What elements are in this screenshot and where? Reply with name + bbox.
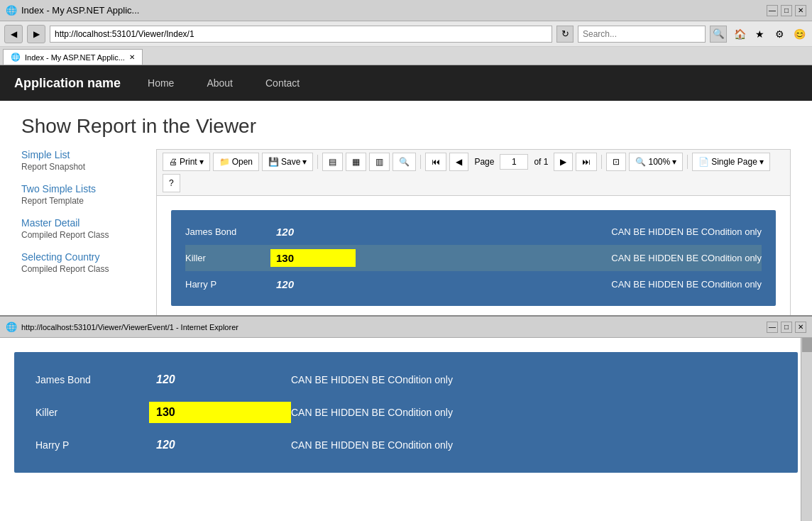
- report-condition-0: CAN BE HIDDEN BE COndition only: [356, 226, 762, 237]
- layout-single-btn[interactable]: ▤: [322, 153, 343, 171]
- tab-bar: 🌐 Index - My ASP.NET Applic... ✕: [0, 47, 812, 65]
- report-name-2: Harry P: [185, 279, 270, 290]
- minimize-button[interactable]: —: [767, 5, 778, 16]
- page-title: Show Report in the Viewer: [21, 115, 791, 138]
- print-button[interactable]: 🖨 Print ▾: [163, 153, 210, 171]
- first-page-btn[interactable]: ⏮: [425, 153, 446, 171]
- page-label: Page: [474, 157, 494, 167]
- sidebar-subtitle-simple-list: Report Snapshot: [21, 162, 142, 172]
- zoom-dropdown-icon: ▾: [672, 157, 676, 167]
- page-number-input[interactable]: [500, 154, 528, 170]
- second-report-row-2: Harry P 120 CAN BE HIDDEN BE COndition o…: [35, 429, 777, 461]
- second-report-condition-2: CAN BE HIDDEN BE COndition only: [291, 439, 777, 451]
- second-report-name-0: James Bond: [35, 374, 149, 385]
- app-brand: Application name: [14, 76, 121, 91]
- report-name-1: Killer: [185, 253, 270, 263]
- sidebar-link-master-detail[interactable]: Master Detail: [21, 217, 142, 229]
- scrollbar-thumb: [802, 338, 812, 352]
- nav-link-contact[interactable]: Contact: [260, 74, 305, 92]
- refresh-button[interactable]: ↻: [556, 26, 574, 43]
- home-icon[interactable]: 🏠: [731, 26, 748, 43]
- sidebar-subtitle-master-detail: Compiled Report Class: [21, 230, 142, 240]
- second-window-scrollbar[interactable]: [801, 338, 812, 521]
- app-nav: Application name Home About Contact: [0, 65, 812, 101]
- sidebar-link-two-simple-lists[interactable]: Two Simple Lists: [21, 183, 142, 194]
- sidebar-item-selecting-country: Selecting Country Compiled Report Class: [21, 251, 142, 274]
- browser-toolbar-icons: 🏠 ★ ⚙ 😊: [731, 26, 808, 43]
- layout-continuous-btn[interactable]: ▥: [369, 153, 390, 171]
- sidebar-link-selecting-country[interactable]: Selecting Country: [21, 251, 142, 263]
- browser-tab[interactable]: 🌐 Index - My ASP.NET Applic... ✕: [3, 49, 143, 65]
- second-close-button[interactable]: ✕: [795, 322, 806, 333]
- report-value-2: 120: [270, 275, 356, 293]
- close-button[interactable]: ✕: [795, 5, 806, 16]
- sidebar-item-master-detail: Master Detail Compiled Report Class: [21, 217, 142, 240]
- report-value-1: 130: [270, 249, 356, 267]
- single-page-btn[interactable]: 📄 Single Page ▾: [692, 153, 770, 171]
- report-content: James Bond 120 CAN BE HIDDEN BE COnditio…: [157, 196, 790, 320]
- save-dropdown-icon: ▾: [302, 157, 307, 167]
- report-data-section: James Bond 120 CAN BE HIDDEN BE COnditio…: [171, 210, 776, 306]
- open-button[interactable]: 📁 Open: [213, 153, 259, 171]
- content-layout: Simple List Report Snapshot Two Simple L…: [21, 149, 791, 321]
- last-page-btn[interactable]: ⏭: [576, 153, 597, 171]
- browser-favicon: 🌐: [6, 5, 17, 16]
- search-input[interactable]: [578, 26, 706, 43]
- window-controls: — □ ✕: [767, 5, 806, 16]
- save-icon: 💾: [268, 157, 279, 167]
- report-condition-2: CAN BE HIDDEN BE COndition only: [356, 279, 762, 290]
- sidebar-subtitle-selecting-country: Compiled Report Class: [21, 264, 142, 274]
- smiley-icon: 😊: [791, 26, 808, 43]
- favorites-icon[interactable]: ★: [751, 26, 768, 43]
- report-row-2: Harry P 120 CAN BE HIDDEN BE COndition o…: [185, 271, 762, 297]
- second-minimize-button[interactable]: —: [767, 322, 778, 333]
- settings-icon[interactable]: ⚙: [771, 26, 788, 43]
- prev-page-btn[interactable]: ◀: [449, 153, 468, 171]
- layout-double-btn[interactable]: ▦: [346, 153, 366, 171]
- address-input[interactable]: [50, 26, 552, 43]
- second-report-name-2: Harry P: [35, 439, 149, 451]
- zoom-icon: 🔍: [635, 157, 646, 167]
- sidebar: Simple List Report Snapshot Two Simple L…: [21, 149, 142, 321]
- title-bar-left: 🌐 Index - My ASP.NET Applic...: [6, 5, 139, 16]
- nav-link-about[interactable]: About: [201, 74, 238, 92]
- second-report-row-0: James Bond 120 CAN BE HIDDEN BE COnditio…: [35, 363, 777, 396]
- second-report-value-1: 130: [149, 402, 291, 423]
- zoom-btn[interactable]: 🔍 100% ▾: [629, 153, 683, 171]
- sidebar-subtitle-two-simple-lists: Report Template: [21, 196, 142, 206]
- sidebar-link-simple-list[interactable]: Simple List: [21, 149, 142, 160]
- search-button[interactable]: 🔍: [710, 26, 727, 43]
- report-condition-1: CAN BE HIDDEN BE COndition only: [356, 253, 762, 263]
- forward-button[interactable]: ▶: [27, 25, 45, 43]
- toolbar-separator-2: [420, 155, 421, 169]
- fit-page-btn[interactable]: ⊡: [606, 153, 626, 171]
- report-value-0: 120: [270, 223, 356, 241]
- browser-frame: 🌐 Index - My ASP.NET Applic... — □ ✕ ◀ ▶…: [0, 0, 812, 521]
- second-window-title: http://localhost:53101/Viewer/ViewerEven…: [21, 323, 238, 331]
- print-dropdown-icon: ▾: [199, 157, 204, 167]
- single-page-dropdown-icon: ▾: [759, 157, 764, 167]
- second-window-controls: — □ ✕: [767, 322, 806, 333]
- second-report-name-1: Killer: [35, 407, 149, 418]
- nav-link-home[interactable]: Home: [142, 74, 180, 92]
- next-page-btn[interactable]: ▶: [554, 153, 573, 171]
- report-name-0: James Bond: [185, 226, 270, 237]
- address-bar: ◀ ▶ ↻ 🔍 🏠 ★ ⚙ 😊: [0, 21, 812, 47]
- toolbar-separator-3: [601, 155, 602, 169]
- toolbar-separator-1: [317, 155, 318, 169]
- page-of-label: of 1: [534, 157, 548, 167]
- second-window-favicon: 🌐: [6, 322, 17, 332]
- tab-close-button[interactable]: ✕: [129, 53, 135, 61]
- report-viewer: 🖨 Print ▾ 📁 Open 💾 Save ▾ ▤: [156, 149, 791, 321]
- save-button[interactable]: 💾 Save ▾: [262, 153, 313, 171]
- back-button[interactable]: ◀: [4, 25, 23, 43]
- page-content: Show Report in the Viewer Simple List Re…: [0, 101, 812, 335]
- print-icon: 🖨: [169, 157, 177, 167]
- second-report-value-2: 120: [149, 434, 291, 456]
- find-btn[interactable]: 🔍: [393, 153, 416, 171]
- help-btn[interactable]: ?: [163, 174, 180, 192]
- second-maximize-button[interactable]: □: [781, 322, 792, 333]
- maximize-button[interactable]: □: [781, 5, 792, 16]
- sidebar-item-two-simple-lists: Two Simple Lists Report Template: [21, 183, 142, 206]
- window-title: Index - My ASP.NET Applic...: [21, 5, 139, 16]
